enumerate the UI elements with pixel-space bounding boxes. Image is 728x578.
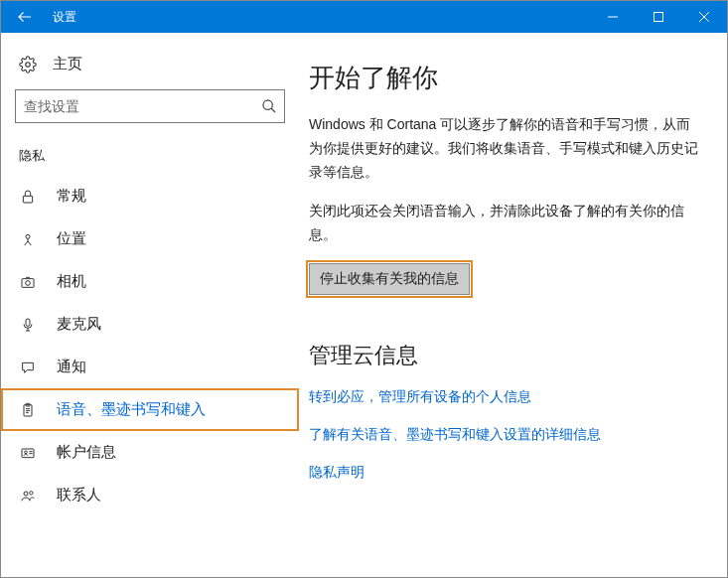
- svg-point-5: [263, 100, 272, 109]
- svg-point-19: [24, 492, 28, 496]
- sidebar-item-microphone[interactable]: 麦克风: [1, 303, 299, 346]
- minimize-icon: [608, 12, 618, 22]
- svg-point-4: [26, 62, 31, 67]
- link-privacy-statement[interactable]: 隐私声明: [309, 464, 701, 482]
- body: 主页 隐私 常规: [1, 33, 727, 577]
- home-button[interactable]: 主页: [1, 45, 299, 83]
- svg-point-8: [26, 234, 30, 238]
- titlebar: 设置: [1, 1, 727, 33]
- sidebar-item-label: 语音、墨迹书写和键入: [57, 400, 206, 419]
- sidebar-item-speech-inking-typing[interactable]: 语音、墨迹书写和键入: [1, 388, 299, 431]
- svg-rect-7: [23, 196, 32, 203]
- sidebar-item-label: 相机: [57, 272, 86, 291]
- link-bing-manage[interactable]: 转到必应，管理所有设备的个人信息: [309, 388, 701, 406]
- svg-line-6: [271, 108, 275, 112]
- close-icon: [699, 12, 709, 22]
- svg-point-20: [30, 491, 33, 494]
- svg-point-18: [25, 451, 28, 454]
- search-container: [15, 89, 285, 123]
- sidebar-item-general[interactable]: 常规: [1, 175, 299, 217]
- sidebar-item-label: 通知: [57, 358, 86, 376]
- window-title: 设置: [53, 9, 590, 26]
- window-controls: [590, 1, 727, 33]
- sidebar-item-label: 位置: [57, 229, 86, 248]
- sidebar-item-location[interactable]: 位置: [1, 217, 299, 260]
- heading-manage-cloud: 管理云信息: [309, 341, 701, 370]
- sidebar-item-camera[interactable]: 相机: [1, 260, 299, 303]
- people-icon: [19, 488, 37, 504]
- sidebar-item-label: 麦克风: [57, 315, 101, 334]
- section-label: 隐私: [1, 133, 299, 175]
- settings-window: 设置 主页: [0, 0, 728, 578]
- minimize-button[interactable]: [590, 1, 636, 33]
- back-button[interactable]: [1, 1, 49, 33]
- maximize-icon: [654, 12, 663, 22]
- maximize-button[interactable]: [636, 1, 681, 33]
- description-paragraph-1: Windows 和 Cortana 可以逐步了解你的语音和手写习惯，从而为你提供…: [309, 113, 701, 184]
- content-area: 开始了解你 Windows 和 Cortana 可以逐步了解你的语音和手写习惯，…: [299, 33, 727, 577]
- svg-point-10: [26, 280, 31, 285]
- lock-icon: [19, 189, 37, 205]
- heading-getting-to-know-you: 开始了解你: [309, 61, 701, 95]
- search-input[interactable]: [15, 89, 285, 123]
- camera-icon: [19, 274, 37, 290]
- sidebar: 主页 隐私 常规: [1, 33, 299, 577]
- arrow-left-icon: [16, 8, 34, 26]
- sidebar-item-label: 常规: [57, 187, 86, 206]
- sidebar-item-account-info[interactable]: 帐户信息: [1, 431, 299, 474]
- chat-icon: [19, 360, 37, 375]
- sidebar-item-notifications[interactable]: 通知: [1, 346, 299, 388]
- location-icon: [19, 231, 37, 247]
- stop-collecting-button[interactable]: 停止收集有关我的信息: [309, 263, 470, 295]
- sidebar-item-label: 帐户信息: [57, 443, 116, 462]
- microphone-icon: [19, 317, 37, 333]
- search-icon: [261, 98, 277, 114]
- svg-rect-1: [655, 13, 663, 22]
- svg-rect-11: [26, 319, 30, 326]
- id-card-icon: [19, 445, 37, 461]
- clipboard-icon: [19, 402, 37, 418]
- close-button[interactable]: [681, 1, 727, 33]
- home-label: 主页: [53, 55, 82, 73]
- description-paragraph-2: 关闭此项还会关闭语音输入，并清除此设备了解的有关你的信息。: [309, 200, 701, 247]
- link-learn-more[interactable]: 了解有关语音、墨迹书写和键入设置的详细信息: [309, 426, 701, 444]
- sidebar-item-label: 联系人: [57, 486, 101, 505]
- svg-rect-9: [22, 278, 34, 287]
- nav-list: 常规 位置 相机: [1, 175, 299, 516]
- gear-icon: [19, 56, 37, 73]
- sidebar-item-contacts[interactable]: 联系人: [1, 474, 299, 516]
